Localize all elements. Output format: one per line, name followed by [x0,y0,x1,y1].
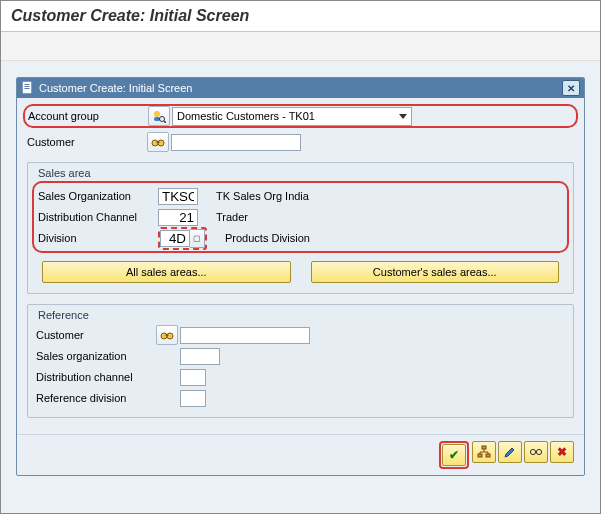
value-help-icon[interactable]: ▢ [190,229,205,248]
group-reference: Reference Customer Sales organization Di… [27,304,574,418]
all-sales-areas-button[interactable]: All sales areas... [42,261,291,283]
ref-customer-input[interactable] [180,327,310,344]
svg-rect-14 [482,446,486,449]
division-input[interactable] [160,230,190,247]
customer-input[interactable] [171,134,301,151]
svg-line-7 [164,121,166,123]
svg-point-21 [530,449,535,454]
svg-rect-13 [166,335,169,337]
binoculars-icon[interactable] [156,325,178,345]
svg-rect-16 [486,454,490,457]
ref-dist-channel-input[interactable] [180,369,206,386]
dist-channel-label: Distribution Channel [38,211,158,223]
dist-channel-desc: Trader [216,211,248,223]
customer-sales-areas-button[interactable]: Customer's sales areas... [311,261,560,283]
org-struct-button[interactable] [472,441,496,463]
ref-dist-channel-label: Distribution channel [36,371,180,383]
binoculars-icon[interactable] [147,132,169,152]
reference-title: Reference [38,309,565,321]
dist-channel-input[interactable] [158,209,198,226]
dialog-title: Customer Create: Initial Screen [39,82,562,94]
division-desc: Products Division [225,232,310,244]
close-icon[interactable]: ✕ [562,80,580,96]
application-toolbar [1,32,600,61]
svg-rect-2 [25,86,30,87]
svg-point-6 [160,117,165,122]
document-icon [21,81,35,95]
ref-division-input[interactable] [180,390,206,407]
dialog-footer: ✔ ✖ [17,434,584,475]
account-group-dropdown[interactable]: Domestic Customers - TK01 [172,107,412,126]
edit-button[interactable] [498,441,522,463]
cancel-button[interactable]: ✖ [550,441,574,463]
svg-rect-3 [25,88,30,89]
ref-customer-label: Customer [36,329,156,341]
account-group-value: Domestic Customers - TK01 [177,110,399,122]
sales-org-input[interactable] [158,188,198,205]
ref-sales-org-input[interactable] [180,348,220,365]
svg-rect-15 [478,454,482,457]
page-title: Customer Create: Initial Screen [1,1,600,32]
ok-button[interactable]: ✔ [442,444,466,466]
svg-point-4 [154,111,160,117]
ref-sales-org-label: Sales organization [36,350,180,362]
svg-rect-0 [23,82,31,93]
ref-division-label: Reference division [36,392,180,404]
sales-org-desc: TK Sales Org India [216,190,309,202]
account-group-label: Account group [28,110,148,122]
dialog-titlebar: Customer Create: Initial Screen ✕ [17,78,584,98]
sales-org-label: Sales Organization [38,190,158,202]
chevron-down-icon [399,114,407,119]
svg-rect-10 [157,142,160,144]
svg-rect-1 [25,84,30,85]
glasses-button[interactable] [524,441,548,463]
svg-point-22 [536,449,541,454]
dialog-customer-create: Customer Create: Initial Screen ✕ Accoun… [16,77,585,476]
customer-label: Customer [27,136,147,148]
search-person-icon[interactable] [148,106,170,126]
division-label: Division [38,232,158,244]
group-sales-area: Sales area Sales Organization TK Sales O… [27,162,574,294]
sales-area-title: Sales area [38,167,565,179]
